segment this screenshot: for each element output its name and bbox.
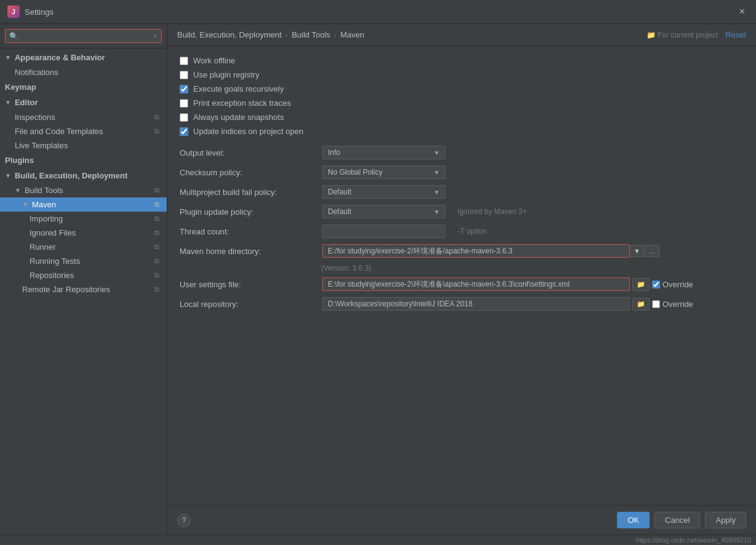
- print-exception-stack-traces-checkbox[interactable]: [180, 99, 188, 108]
- user-settings-override-checkbox[interactable]: [652, 280, 660, 288]
- main-content: 🔍 maven × ▼ Appearance & Behavior Notifi…: [0, 24, 756, 535]
- copy-icon: ⧉: [154, 271, 159, 279]
- ok-button[interactable]: OK: [617, 512, 650, 528]
- sidebar-item-runner[interactable]: Runner ⧉: [0, 240, 167, 254]
- dropdown-arrow-icon: ▼: [434, 169, 440, 176]
- use-plugin-registry-label: Use plugin registry: [193, 70, 260, 79]
- checksum-policy-label: Checksum policy:: [180, 168, 315, 177]
- breadcrumb-sep1: ›: [285, 30, 288, 39]
- checkbox-execute-goals-recursively: Execute goals recursively: [180, 84, 744, 93]
- sidebar-item-notifications[interactable]: Notifications: [0, 65, 167, 79]
- sidebar-item-label: Importing: [30, 214, 63, 223]
- sidebar-item-maven[interactable]: ▼ Maven ⧉: [0, 197, 167, 212]
- output-level-dropdown[interactable]: Info ▼: [322, 146, 445, 159]
- update-indices-checkbox[interactable]: [180, 127, 188, 136]
- sidebar-item-build-execution-deployment[interactable]: ▼ Build, Execution, Deployment: [0, 168, 167, 183]
- thread-count-input[interactable]: [322, 225, 445, 238]
- sidebar-item-repositories[interactable]: Repositories ⧉: [0, 268, 167, 282]
- output-level-value: Info: [328, 148, 340, 157]
- local-repository-input[interactable]: [322, 297, 630, 311]
- sidebar-item-label: Editor: [15, 98, 38, 107]
- checkbox-always-update-snapshots: Always update snapshots: [180, 113, 744, 122]
- work-offline-label: Work offline: [193, 56, 235, 65]
- triangle-icon: ▼: [15, 187, 21, 194]
- close-button[interactable]: ×: [736, 5, 749, 18]
- sidebar-item-label: Build Tools: [25, 186, 63, 195]
- output-level-row: Output level: Info ▼: [180, 146, 744, 159]
- sidebar-item-label: Maven: [32, 200, 56, 209]
- triangle-icon: ▼: [5, 172, 11, 179]
- sidebar-item-live-templates[interactable]: Live Templates: [0, 138, 167, 153]
- checksum-policy-dropdown[interactable]: No Global Policy ▼: [322, 165, 445, 179]
- title-bar: J Settings ×: [0, 0, 756, 24]
- copy-icon: ⧉: [154, 215, 159, 223]
- multiproject-build-fail-policy-value: Default: [328, 188, 351, 196]
- sidebar-item-editor[interactable]: ▼ Editor: [0, 95, 167, 110]
- work-offline-checkbox[interactable]: [180, 57, 188, 65]
- copy-icon: ⧉: [154, 113, 159, 121]
- search-input[interactable]: maven: [21, 31, 153, 41]
- sidebar-item-plugins[interactable]: Plugins: [0, 153, 167, 168]
- triangle-icon: ▼: [5, 54, 11, 61]
- breadcrumb: Build, Execution, Deployment › Build Too…: [167, 24, 756, 46]
- breadcrumb-path: Build, Execution, Deployment › Build Too…: [177, 30, 364, 39]
- sidebar-item-inspections[interactable]: Inspections ⧉: [0, 110, 167, 124]
- project-label: 📁 For current project: [647, 31, 718, 39]
- maven-home-input[interactable]: [322, 244, 630, 258]
- help-button[interactable]: ?: [177, 514, 191, 527]
- maven-home-dropdown-btn[interactable]: ▼: [630, 245, 645, 257]
- execute-goals-recursively-checkbox[interactable]: [180, 85, 188, 93]
- sidebar-item-ignored-files[interactable]: Ignored Files ⧉: [0, 226, 167, 240]
- local-repository-override-checkbox[interactable]: [652, 300, 660, 308]
- plugin-update-policy-label: Plugin update policy:: [180, 207, 315, 217]
- multiproject-build-fail-policy-dropdown[interactable]: Default ▼: [322, 185, 445, 199]
- sidebar-item-keymap[interactable]: Keymap: [0, 79, 167, 95]
- checkbox-print-exception-stack-traces: Print exception stack traces: [180, 98, 744, 108]
- dropdown-arrow-icon: ▼: [434, 209, 440, 215]
- checkbox-work-offline: Work offline: [180, 56, 744, 65]
- bottom-right: OK Cancel Apply: [617, 512, 746, 528]
- breadcrumb-part3: Maven: [340, 30, 364, 39]
- triangle-icon: ▼: [22, 201, 28, 208]
- use-plugin-registry-checkbox[interactable]: [180, 71, 188, 79]
- local-repository-browse-button[interactable]: 📁: [632, 298, 650, 311]
- dropdown-arrow-icon: ▼: [434, 149, 440, 156]
- search-wrapper: 🔍 maven ×: [5, 29, 162, 43]
- sidebar-item-label: Plugins: [5, 156, 34, 165]
- sidebar-item-label: Keymap: [5, 82, 36, 92]
- breadcrumb-right: 📁 For current project Reset: [647, 30, 746, 39]
- copy-icon: ⧉: [154, 186, 159, 194]
- always-update-snapshots-label: Always update snapshots: [193, 113, 284, 122]
- user-settings-browse-button[interactable]: 📁: [632, 278, 650, 291]
- update-indices-label: Update indices on project open: [193, 127, 303, 136]
- user-settings-input[interactable]: [322, 277, 630, 291]
- status-bar: https://blog.csdn.net/weixin_45899210: [0, 535, 756, 545]
- plugin-update-policy-dropdown[interactable]: Default ▼: [322, 205, 445, 218]
- sidebar-item-importing[interactable]: Importing ⧉: [0, 212, 167, 226]
- local-repository-override-group: Override: [652, 300, 693, 309]
- apply-button[interactable]: Apply: [705, 512, 746, 528]
- thread-count-hint: -T option: [458, 227, 487, 236]
- sidebar-item-label: Notifications: [15, 68, 58, 77]
- bottom-bar: ? OK Cancel Apply: [167, 505, 756, 535]
- user-settings-override-group: Override: [652, 280, 693, 289]
- sidebar-item-label: Remote Jar Repositories: [22, 285, 110, 294]
- search-clear-button[interactable]: ×: [153, 32, 157, 41]
- maven-home-row: Maven home directory: ▼ …: [180, 244, 744, 258]
- breadcrumb-sep2: ›: [334, 30, 336, 39]
- sidebar-item-label: Repositories: [30, 271, 74, 280]
- sidebar-item-label: File and Code Templates: [15, 127, 103, 136]
- sidebar-item-build-tools[interactable]: ▼ Build Tools ⧉: [0, 183, 167, 197]
- checkbox-use-plugin-registry: Use plugin registry: [180, 70, 744, 79]
- search-icon: 🔍: [9, 32, 18, 41]
- reset-button[interactable]: Reset: [725, 30, 746, 39]
- cancel-button[interactable]: Cancel: [655, 512, 700, 528]
- sidebar-item-running-tests[interactable]: Running Tests ⧉: [0, 254, 167, 268]
- sidebar-item-file-code-templates[interactable]: File and Code Templates ⧉: [0, 124, 167, 138]
- maven-home-browse-button[interactable]: …: [645, 245, 659, 257]
- status-url: https://blog.csdn.net/weixin_45899210: [636, 536, 751, 544]
- sidebar-item-appearance-behavior[interactable]: ▼ Appearance & Behavior: [0, 50, 167, 65]
- always-update-snapshots-checkbox[interactable]: [180, 113, 188, 122]
- search-bar: 🔍 maven ×: [0, 24, 167, 49]
- sidebar-item-remote-jar-repositories[interactable]: Remote Jar Repositories ⧉: [0, 282, 167, 296]
